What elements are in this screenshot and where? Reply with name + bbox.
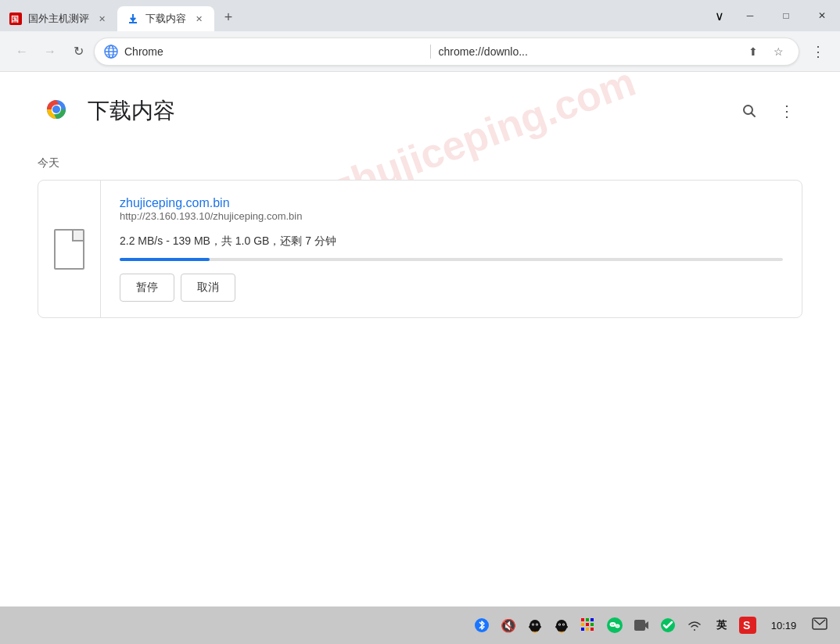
tab2-close-button[interactable]: ✕ — [192, 13, 205, 25]
address-url: chrome://downlo... — [439, 45, 737, 58]
svg-point-45 — [616, 625, 617, 626]
svg-rect-37 — [581, 628, 584, 631]
svg-point-11 — [52, 106, 60, 113]
camera-icon[interactable] — [630, 614, 652, 636]
svg-point-44 — [613, 624, 614, 624]
svg-point-29 — [555, 626, 558, 628]
volume-muted-icon[interactable]: 🔇 — [497, 614, 519, 636]
svg-point-28 — [563, 624, 565, 625]
svg-point-43 — [612, 624, 612, 624]
svg-text:S: S — [743, 619, 750, 631]
notification-button[interactable] — [809, 614, 831, 636]
svg-rect-32 — [586, 618, 589, 621]
page-header: 下载内容 ⋮ — [38, 91, 802, 131]
download-url: http://23.160.193.10/zhujiceping.com.bin — [120, 210, 783, 222]
address-favicon — [104, 45, 118, 59]
restore-button[interactable]: □ — [768, 0, 804, 31]
svg-point-27 — [559, 624, 561, 625]
title-bar: 国 国外主机测评 ✕ 下载内容 ✕ + ∨ ─ □ ✕ — [0, 0, 840, 31]
download-file-icon-col — [38, 181, 101, 317]
search-button[interactable] — [734, 95, 765, 127]
svg-point-42 — [616, 624, 620, 628]
tab2-favicon — [127, 13, 139, 25]
share-button[interactable]: ⬆ — [742, 41, 764, 63]
download-speed-info: 2.2 MB/s - 139 MB，共 1.0 GB，还剩 7 分钟 — [120, 234, 783, 249]
main-content: zhujiceping.com 下载内容 — [0, 72, 840, 606]
svg-point-19 — [533, 624, 534, 625]
svg-point-24 — [558, 621, 566, 631]
svg-point-46 — [618, 625, 619, 626]
svg-rect-39 — [591, 628, 594, 631]
cancel-button[interactable]: 取消 — [181, 274, 235, 302]
svg-rect-36 — [591, 623, 594, 626]
nav-bar: ← → ↻ Chrome chrome://downlo... ⬆ ☆ ⋮ — [0, 31, 840, 72]
address-browser-name: Chrome — [124, 45, 422, 58]
system-time: 10:19 — [768, 620, 799, 631]
sogou-input-icon[interactable]: S — [737, 614, 759, 636]
qq2-icon[interactable] — [551, 614, 573, 636]
bookmark-button[interactable]: ☆ — [767, 41, 789, 63]
section-today-label: 今天 — [38, 156, 802, 170]
svg-rect-47 — [634, 620, 645, 631]
taskbar: 🔇 — [0, 606, 840, 644]
page-title: 下载内容 — [88, 96, 175, 126]
browser-menu-button[interactable]: ⋮ — [806, 39, 831, 64]
address-separator — [430, 45, 431, 59]
address-bar[interactable]: Chrome chrome://downlo... ⬆ ☆ — [94, 38, 799, 66]
svg-point-21 — [529, 626, 532, 628]
svg-point-41 — [610, 622, 616, 627]
svg-line-13 — [752, 113, 756, 117]
refresh-button[interactable]: ↻ — [66, 39, 91, 64]
address-actions: ⬆ ☆ — [742, 41, 789, 63]
tab-downloads[interactable]: 下载内容 ✕ — [117, 6, 214, 31]
forward-button[interactable]: → — [38, 39, 63, 64]
svg-text:国: 国 — [11, 15, 19, 23]
wechat-icon[interactable] — [604, 614, 626, 636]
more-options-button[interactable]: ⋮ — [771, 95, 802, 127]
minimize-button[interactable]: ─ — [732, 0, 768, 31]
tab1-title: 国外主机测评 — [28, 12, 89, 26]
svg-rect-34 — [581, 623, 584, 626]
download-card-body: zhujiceping.com.bin http://23.160.193.10… — [101, 181, 802, 317]
tab1-close-button[interactable]: ✕ — [95, 13, 108, 25]
page-header-left: 下载内容 — [38, 91, 175, 131]
chrome-logo — [38, 91, 75, 131]
mosaic-icon[interactable] — [577, 614, 599, 636]
svg-point-16 — [531, 621, 540, 631]
download-actions: 暂停 取消 — [120, 274, 783, 302]
wifi-icon[interactable] — [684, 614, 705, 636]
progress-bar-fill — [120, 258, 210, 261]
new-tab-button[interactable]: + — [217, 6, 239, 28]
pause-button[interactable]: 暂停 — [120, 274, 174, 302]
window-controls: ∨ ─ □ ✕ — [707, 0, 840, 31]
svg-point-30 — [565, 626, 568, 628]
file-icon — [54, 229, 84, 270]
page-header-right: ⋮ — [734, 95, 802, 127]
bluetooth-icon[interactable] — [471, 614, 493, 636]
progress-bar-container — [120, 258, 783, 261]
svg-marker-48 — [645, 621, 648, 629]
language-indicator[interactable]: 英 — [710, 614, 732, 636]
svg-rect-31 — [581, 618, 584, 621]
svg-rect-38 — [586, 628, 589, 631]
tab-search-button[interactable]: ∨ — [707, 0, 732, 31]
download-card: zhujiceping.com.bin http://23.160.193.10… — [38, 180, 802, 318]
tab2-title: 下载内容 — [145, 12, 186, 26]
svg-point-22 — [538, 626, 541, 628]
check-icon[interactable] — [657, 614, 679, 636]
tab-waizhujiceping[interactable]: 国 国外主机测评 ✕ — [0, 6, 117, 31]
svg-point-20 — [537, 624, 538, 625]
svg-rect-33 — [591, 618, 594, 621]
download-filename-link[interactable]: zhujiceping.com.bin — [120, 196, 230, 209]
close-button[interactable]: ✕ — [804, 0, 840, 31]
back-button[interactable]: ← — [9, 39, 34, 64]
svg-rect-35 — [586, 623, 589, 626]
qq1-icon[interactable] — [524, 614, 546, 636]
tab1-favicon: 国 — [9, 13, 22, 25]
